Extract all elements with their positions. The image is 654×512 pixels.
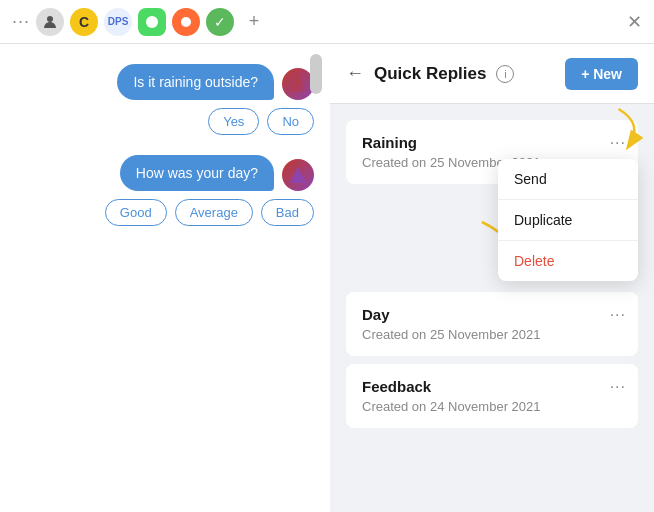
panel-title: Quick Replies (374, 64, 486, 84)
dps-icon[interactable]: DPS (104, 8, 132, 36)
reply-options-1: Yes No (208, 108, 314, 135)
chat-panel: Is it raining outside? Yes No How was yo… (0, 44, 330, 512)
reply-btn-yes[interactable]: Yes (208, 108, 259, 135)
c-icon[interactable]: C (70, 8, 98, 36)
reply-options-2: Good Average Bad (105, 199, 314, 226)
svg-point-1 (146, 16, 158, 28)
card-title-raining: Raining (362, 134, 622, 151)
message-group-1: Is it raining outside? Yes No (16, 64, 314, 135)
reply-btn-no[interactable]: No (267, 108, 314, 135)
orange-icon[interactable] (172, 8, 200, 36)
scroll-indicator[interactable] (310, 54, 322, 94)
main-content: Is it raining outside? Yes No How was yo… (0, 44, 654, 512)
dropdown-duplicate[interactable]: Duplicate (498, 200, 638, 240)
card-title-day: Day (362, 306, 622, 323)
right-panel: ← Quick Replies i + New Raining Created … (330, 44, 654, 512)
card-date-day: Created on 25 November 2021 (362, 327, 622, 342)
svg-marker-5 (290, 167, 306, 183)
message-row-2: How was your day? (120, 155, 314, 191)
message-row-1: Is it raining outside? (117, 64, 314, 100)
dropdown-send[interactable]: Send (498, 159, 638, 199)
message-group-2: How was your day? Good Average Bad (16, 155, 314, 226)
green-circle-icon[interactable] (138, 8, 166, 36)
card-menu-btn-feedback[interactable]: ··· (610, 378, 626, 396)
top-bar: ··· C DPS ✓ + ✕ (0, 0, 654, 44)
back-arrow-icon[interactable]: ← (346, 63, 364, 84)
svg-marker-4 (290, 76, 306, 92)
chat-messages: Is it raining outside? Yes No How was yo… (0, 44, 330, 512)
card-menu-btn-raining[interactable]: ··· (610, 134, 626, 152)
svg-point-0 (47, 16, 53, 22)
message-bubble-1: Is it raining outside? (117, 64, 274, 100)
add-icon[interactable]: + (240, 8, 268, 36)
check-icon[interactable]: ✓ (206, 8, 234, 36)
svg-point-2 (181, 17, 191, 27)
message-bubble-2: How was your day? (120, 155, 274, 191)
info-icon[interactable]: i (496, 65, 514, 83)
reply-btn-average[interactable]: Average (175, 199, 253, 226)
reply-btn-bad[interactable]: Bad (261, 199, 314, 226)
dropdown-delete[interactable]: Delete (498, 241, 638, 281)
card-title-feedback: Feedback (362, 378, 622, 395)
person-icon[interactable] (36, 8, 64, 36)
panel-header: ← Quick Replies i + New (330, 44, 654, 104)
close-icon[interactable]: ✕ (627, 11, 642, 33)
reply-card-day: Day Created on 25 November 2021 ··· (346, 292, 638, 356)
dropdown-menu: Send Duplicate Delete (498, 159, 638, 281)
card-date-feedback: Created on 24 November 2021 (362, 399, 622, 414)
avatar-2 (282, 159, 314, 191)
card-menu-btn-day[interactable]: ··· (610, 306, 626, 324)
top-bar-icons: ··· C DPS ✓ + (12, 8, 268, 36)
cards-container: Raining Created on 25 November 2021 ··· … (330, 104, 654, 512)
reply-btn-good[interactable]: Good (105, 199, 167, 226)
new-button[interactable]: + New (565, 58, 638, 90)
reply-card-feedback: Feedback Created on 24 November 2021 ··· (346, 364, 638, 428)
three-dots-menu[interactable]: ··· (12, 11, 30, 32)
